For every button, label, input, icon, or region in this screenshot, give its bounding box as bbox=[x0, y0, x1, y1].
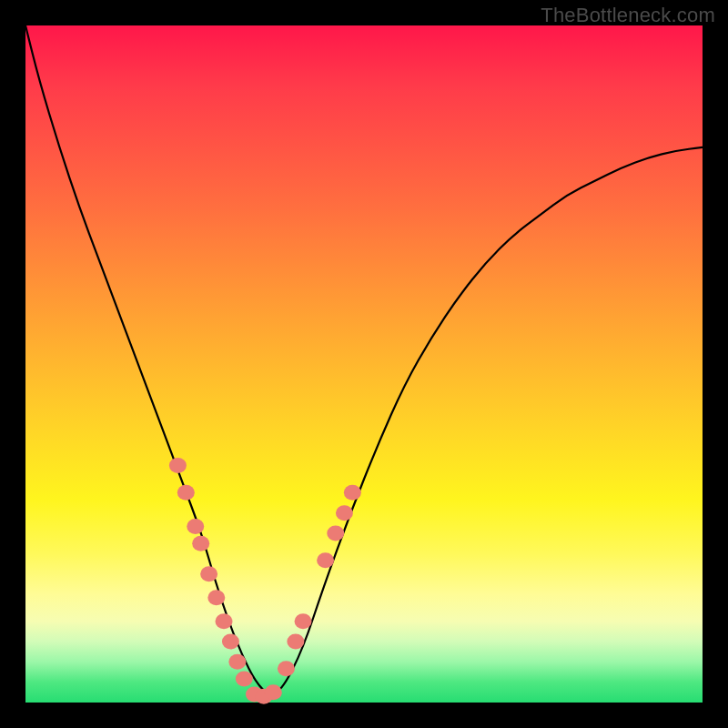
data-marker bbox=[200, 566, 217, 581]
data-marker bbox=[192, 536, 209, 551]
data-marker bbox=[344, 485, 361, 500]
data-marker bbox=[177, 485, 195, 500]
data-marker bbox=[187, 519, 204, 534]
watermark-text: TheBottleneck.com bbox=[541, 4, 715, 27]
data-marker bbox=[236, 671, 253, 686]
bottleneck-curve bbox=[25, 25, 703, 693]
data-marker bbox=[169, 458, 187, 473]
data-marker bbox=[287, 634, 304, 650]
outer-frame: TheBottleneck.com bbox=[0, 0, 728, 728]
data-marker bbox=[317, 552, 334, 568]
data-marker bbox=[222, 634, 239, 650]
data-marker bbox=[215, 613, 232, 629]
data-marker bbox=[336, 505, 353, 521]
plot-svg bbox=[25, 25, 703, 703]
data-marker bbox=[207, 590, 225, 605]
data-markers bbox=[169, 458, 361, 704]
data-marker bbox=[228, 654, 246, 670]
data-marker bbox=[295, 613, 312, 629]
data-marker bbox=[265, 684, 282, 700]
data-marker bbox=[278, 661, 295, 676]
data-marker bbox=[327, 526, 344, 541]
